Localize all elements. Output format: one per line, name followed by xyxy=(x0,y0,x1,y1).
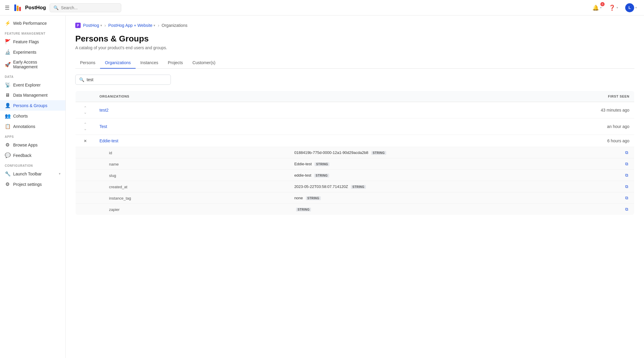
tab-instances[interactable]: Instances xyxy=(136,57,163,69)
detail-empty-cell xyxy=(76,204,95,215)
detail-value-text: 0188419b-775d-0000-12a1-90d29acda2b8 STR… xyxy=(294,150,386,155)
col-expand xyxy=(76,91,95,102)
sidebar-item-data-management[interactable]: 🖥Data Management xyxy=(0,90,65,100)
expand-cell[interactable]: ⌃⌄ xyxy=(76,118,95,135)
detail-empty-cell xyxy=(76,147,95,158)
global-search-input[interactable] xyxy=(61,5,117,10)
expand-icon: ⌃⌄ xyxy=(84,122,87,131)
user-menu-button[interactable]: L ▾ xyxy=(623,1,639,14)
detail-value-cell: Eddie-test STRING⧉ xyxy=(280,158,634,170)
detail-value-inner: Eddie-test STRING⧉ xyxy=(294,161,629,167)
table-row: ✕Eddie-test6 hours ago xyxy=(76,135,634,147)
detail-value-text: STRING xyxy=(294,207,311,212)
detail-value-inner: eddie-test STRING⧉ xyxy=(294,172,629,178)
detail-row: slugeddie-test STRING⧉ xyxy=(76,170,634,181)
sidebar-item-early-access[interactable]: 🚀Early Access Management xyxy=(0,57,65,72)
detail-empty-cell xyxy=(76,158,95,170)
organizations-search-field[interactable]: 🔍 xyxy=(75,75,171,85)
tab-organizations[interactable]: Organizations xyxy=(100,57,135,69)
org-name-cell: test2 xyxy=(95,102,280,118)
notification-chevron: ▾ xyxy=(600,6,602,9)
sidebar-item-feature-flags[interactable]: 🚩Feature Flags xyxy=(0,36,65,47)
sidebar-item-project-settings[interactable]: ⚙Project settings xyxy=(0,179,65,189)
detail-empty-cell xyxy=(76,170,95,181)
org-name-link[interactable]: Eddie-test xyxy=(99,138,118,143)
copy-button[interactable]: ⧉ xyxy=(624,172,629,178)
notification-button[interactable]: 🔔 0 ▾ xyxy=(590,3,604,13)
breadcrumb-current: Organizations xyxy=(162,23,187,28)
browse-apps-icon: ⚙ xyxy=(5,142,10,148)
breadcrumb-logo: P xyxy=(75,23,81,28)
tabs-bar: Persons Organizations Instances Projects… xyxy=(75,57,634,69)
sidebar-item-cohorts[interactable]: 👥Cohorts xyxy=(0,111,65,121)
search-icon: 🔍 xyxy=(53,5,59,10)
copy-button[interactable]: ⧉ xyxy=(624,183,629,190)
persons-groups-icon: 👤 xyxy=(5,103,10,108)
detail-key-cell: zapier xyxy=(95,204,280,215)
topbar-left: ☰ PostHog 🔍 xyxy=(5,3,586,13)
expand-cell[interactable]: ✕ xyxy=(76,135,95,147)
sidebar-item-browse-apps[interactable]: ⚙Browse Apps xyxy=(0,140,65,150)
col-first-seen: FIRST SEEN xyxy=(280,91,634,102)
tab-projects[interactable]: Projects xyxy=(163,57,188,69)
breadcrumb-item-posthog[interactable]: PostHog ▾ xyxy=(83,23,102,28)
copy-button[interactable]: ⧉ xyxy=(624,149,629,156)
org-name-cell: Eddie-test xyxy=(95,135,280,147)
detail-key: name xyxy=(109,162,151,166)
detail-value-cell: 0188419b-775d-0000-12a1-90d29acda2b8 STR… xyxy=(280,147,634,158)
global-search-bar[interactable]: 🔍 xyxy=(50,3,121,12)
event-explorer-label: Event Explorer xyxy=(13,83,61,87)
help-icon: ❓ xyxy=(609,4,615,11)
sidebar-item-experiments[interactable]: 🔬Experiments xyxy=(0,47,65,57)
detail-row: zapier STRING⧉ xyxy=(76,204,634,215)
detail-value-cell: none STRING⧉ xyxy=(280,192,634,204)
web-performance-label: Web Performance xyxy=(13,21,61,26)
copy-button[interactable]: ⧉ xyxy=(624,195,629,201)
data-management-icon: 🖥 xyxy=(5,92,10,98)
detail-value-text: Eddie-test STRING xyxy=(294,162,329,166)
breadcrumb-item-app[interactable]: PostHog App + Website ▾ xyxy=(108,23,155,28)
detail-row: instance_tagnone STRING⧉ xyxy=(76,192,634,204)
launch-toolbar-label: Launch Toolbar xyxy=(13,172,56,176)
sidebar-section-configuration: CONFIGURATION xyxy=(0,161,65,169)
cohorts-label: Cohorts xyxy=(13,114,61,118)
organizations-table: ORGANIZATIONS FIRST SEEN ⌃⌄test243 minut… xyxy=(75,91,634,215)
tab-customers[interactable]: Customer(s) xyxy=(188,57,220,69)
detail-row: id0188419b-775d-0000-12a1-90d29acda2b8 S… xyxy=(76,147,634,158)
org-name-cell: Test xyxy=(95,118,280,135)
annotations-icon: 📋 xyxy=(5,124,10,129)
copy-button[interactable]: ⧉ xyxy=(624,206,629,212)
breadcrumb-app-label: PostHog App + Website xyxy=(108,23,152,28)
sidebar-item-annotations[interactable]: 📋Annotations xyxy=(0,121,65,132)
browse-apps-label: Browse Apps xyxy=(13,143,61,147)
data-management-label: Data Management xyxy=(13,93,61,98)
sidebar-item-launch-toolbar[interactable]: 🔧Launch Toolbar▾ xyxy=(0,169,65,179)
menu-icon[interactable]: ☰ xyxy=(5,4,10,11)
col-organizations: ORGANIZATIONS xyxy=(95,91,280,102)
svg-rect-4 xyxy=(14,9,21,9)
sidebar-item-web-performance[interactable]: ⚡Web Performance xyxy=(0,18,65,28)
topbar-right: 🔔 0 ▾ ❓ ▾ L ▾ xyxy=(590,1,639,14)
sidebar-item-feedback[interactable]: 💬Feedback xyxy=(0,150,65,161)
detail-value-inner: 0188419b-775d-0000-12a1-90d29acda2b8 STR… xyxy=(294,149,629,156)
experiments-icon: 🔬 xyxy=(5,49,10,55)
sidebar-section-feature-management: FEATURE MANAGEMENT xyxy=(0,28,65,36)
organizations-search-input[interactable] xyxy=(87,77,167,82)
first-seen-cell: 43 minutes ago xyxy=(280,102,634,118)
type-badge: STRING xyxy=(306,196,321,200)
feedback-icon: 💬 xyxy=(5,152,10,158)
table-row: ⌃⌄Testan hour ago xyxy=(76,118,634,135)
breadcrumb-app-chevron: ▾ xyxy=(154,24,155,27)
sidebar-item-event-explorer[interactable]: 📡Event Explorer xyxy=(0,80,65,90)
org-name-link[interactable]: Test xyxy=(99,124,107,129)
expand-cell[interactable]: ⌃⌄ xyxy=(76,102,95,118)
tab-persons[interactable]: Persons xyxy=(75,57,100,69)
copy-button[interactable]: ⧉ xyxy=(624,161,629,167)
org-name-link[interactable]: test2 xyxy=(99,108,108,112)
sidebar-item-persons-groups[interactable]: 👤Persons & Groups xyxy=(0,100,65,111)
help-button[interactable]: ❓ ▾ xyxy=(606,3,620,13)
breadcrumb-sep-2: › xyxy=(158,23,159,28)
experiments-label: Experiments xyxy=(13,50,61,55)
expand-icon: ⌃⌄ xyxy=(84,106,87,115)
notification-badge: 0 xyxy=(600,2,605,6)
